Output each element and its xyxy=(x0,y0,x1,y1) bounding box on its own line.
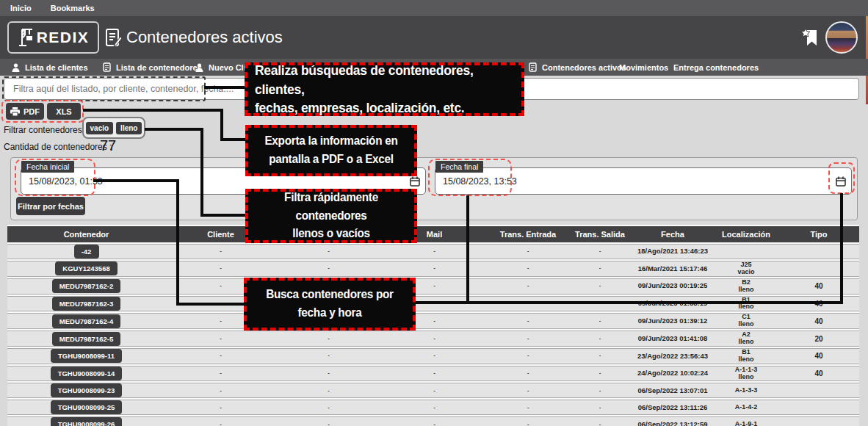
container-id-button[interactable]: MEDU7987162-2 xyxy=(52,279,120,293)
col2-cell: - xyxy=(276,331,381,347)
tipo-cell xyxy=(778,244,859,259)
document-edit-icon xyxy=(104,28,123,48)
filter-full-button[interactable]: lleno xyxy=(116,122,142,134)
contenedor-cell: TGHU9008099-14 xyxy=(7,366,165,382)
localizacion-cell: A-1-3-3 xyxy=(714,383,778,398)
col2-cell: - xyxy=(276,383,381,398)
contenedor-cell: KGUY1243568 xyxy=(7,261,165,277)
container-count-label: Cantidad de contenedores : xyxy=(4,142,112,152)
user-avatar[interactable] xyxy=(825,21,858,54)
tipo-cell xyxy=(778,400,859,415)
trans_entrada-cell: - xyxy=(488,416,568,426)
container-id-button[interactable]: MEDU7987162-3 xyxy=(52,297,120,311)
mail-cell: - xyxy=(381,348,488,364)
table-row: MEDU7987162-2-----09/Jun/2023 00:19:25B2… xyxy=(7,278,859,295)
connector-line xyxy=(220,138,247,141)
trans_entrada-cell: - xyxy=(488,348,568,364)
connector-line xyxy=(176,179,179,306)
container-id-button[interactable]: KGUY1243568 xyxy=(55,261,117,275)
col2-cell: - xyxy=(276,348,381,364)
trans_entrada-cell: - xyxy=(488,261,568,277)
connector-line xyxy=(200,128,203,217)
trans_salida-cell: - xyxy=(568,383,632,398)
container-id-button[interactable]: -42 xyxy=(74,245,99,259)
tipo-cell xyxy=(778,383,859,398)
trans_entrada-cell: - xyxy=(488,244,568,259)
table-row: TGHU9008099-23-----06/Sep/2022 13:07:01A… xyxy=(7,383,859,398)
app-header: REDIX Contenedores activos xyxy=(0,16,868,59)
col2-cell: - xyxy=(276,366,381,382)
connector-line xyxy=(93,179,179,182)
cliente-cell: - xyxy=(165,366,276,382)
mail-cell: - xyxy=(381,261,488,277)
contenedor-cell: MEDU7987162-5 xyxy=(7,331,165,347)
container-id-button[interactable]: TGHU9008099-25 xyxy=(51,400,123,414)
printer-icon xyxy=(10,107,20,116)
connector-line xyxy=(204,86,246,89)
filter-empty-button[interactable]: vacio xyxy=(86,122,114,134)
end-date-input[interactable]: 15/08/2023, 13:53 xyxy=(435,167,852,195)
crane-icon xyxy=(18,28,34,47)
nav-item-contenedores-activos[interactable]: Contenedores activos xyxy=(529,59,626,76)
cliente-cell: - xyxy=(165,400,276,415)
callout-quick-filter: Filtra rápidamente contenedores llenos o… xyxy=(245,189,417,243)
nav-item-entrega-contenedores[interactable]: Entrega contenedores xyxy=(673,59,759,76)
bookmark-star-icon[interactable] xyxy=(800,28,820,47)
fecha-cell: 09/Jun/2023 01:39:12 xyxy=(632,313,714,329)
fecha-cell: 06/Sep/2022 13:12:59 xyxy=(632,416,714,426)
nav-item-lista-de-clientes[interactable]: Lista de clientes xyxy=(12,59,88,76)
menu-inicio[interactable]: Inicio xyxy=(10,4,32,12)
fecha-cell: 06/Sep/2022 13:07:01 xyxy=(632,383,714,398)
logo-text: REDIX xyxy=(37,29,90,46)
connector-line xyxy=(840,193,843,304)
nav-item-label: Lista de clientes xyxy=(25,63,88,72)
cliente-cell: - xyxy=(165,244,276,259)
contenedor-cell: TGHU9008099-25 xyxy=(7,400,165,415)
calendar-icon[interactable] xyxy=(836,176,846,187)
export-xls-button[interactable]: XLS xyxy=(47,103,81,120)
table-header-row: ContenedorClienteMailTrans. EntradaTrans… xyxy=(7,226,859,242)
nav-item-label: Entrega contenedores xyxy=(673,63,759,72)
start-date-label: Fecha inicial xyxy=(21,161,74,173)
nav-item-lista-de-contenedores[interactable]: Lista de contenedores xyxy=(103,59,202,76)
container-id-button[interactable]: MEDU7987162-5 xyxy=(52,332,120,346)
table-row: -42-----18/Ago/2021 13:46:23 xyxy=(7,244,859,259)
nav-item-movimientos[interactable]: Movimientos xyxy=(619,59,668,76)
container-id-button[interactable]: TGHU9008099-26 xyxy=(51,417,123,426)
document-icon xyxy=(103,62,111,72)
container-id-button[interactable]: MEDU7987162-4 xyxy=(52,314,120,328)
menu-bookmarks[interactable]: Bookmarks xyxy=(51,4,95,12)
nav-item-label: Movimientos xyxy=(619,63,668,72)
export-pdf-button[interactable]: PDF xyxy=(6,103,44,120)
mail-cell: - xyxy=(381,383,488,398)
connector-line xyxy=(466,195,469,304)
cliente-cell: - xyxy=(165,261,276,277)
contenedor-cell: MEDU7987162-3 xyxy=(7,296,165,312)
trans_salida-cell: - xyxy=(568,261,632,277)
calendar-icon[interactable] xyxy=(410,176,420,187)
nav-item-label: Contenedores activos xyxy=(542,63,626,72)
table-row: TGHU9008099-25-----06/Sep/2022 13:11:26A… xyxy=(7,400,859,415)
col2-cell: - xyxy=(276,416,381,426)
fecha-cell: 09/Jun/2023 00:19:25 xyxy=(632,278,714,295)
localizacion-cell xyxy=(714,244,778,259)
filter-by-dates-button[interactable]: Filtrar por fechas xyxy=(16,197,85,215)
redix-logo[interactable]: REDIX xyxy=(7,21,99,54)
fecha-cell: 16/Mar/2021 15:17:46 xyxy=(632,261,714,277)
mail-cell: - xyxy=(381,366,488,382)
trans_entrada-cell: - xyxy=(488,366,568,382)
tipo-cell: 40 xyxy=(778,366,859,382)
cliente-cell: - xyxy=(165,383,276,398)
trans_salida-cell: - xyxy=(568,244,632,259)
trans_entrada-cell: - xyxy=(488,331,568,347)
tipo-cell xyxy=(778,261,859,277)
quick-filter-group: vacio lleno xyxy=(82,117,145,139)
connector-line xyxy=(145,128,203,131)
contenedor-cell: TGHU9008099-26 xyxy=(7,416,165,426)
table-row: TGHU9008099-11-----23/Ago/2022 23:56:43B… xyxy=(7,348,859,364)
container-id-button[interactable]: TGHU9008099-23 xyxy=(51,383,123,397)
container-id-button[interactable]: TGHU9008099-14 xyxy=(51,367,123,380)
container-id-button[interactable]: TGHU9008099-11 xyxy=(51,349,122,363)
trans_salida-cell: - xyxy=(568,400,632,415)
fecha-cell: 23/Ago/2022 23:56:43 xyxy=(632,348,714,364)
